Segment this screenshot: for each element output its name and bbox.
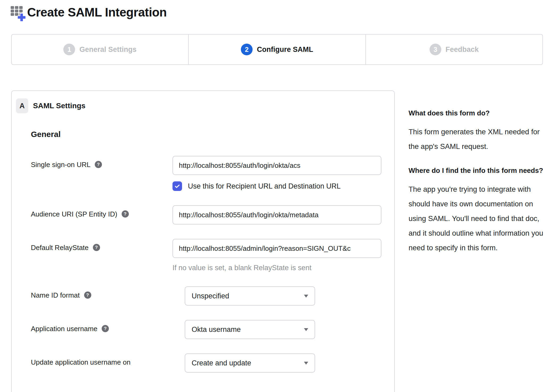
field-label: Default RelayState bbox=[31, 243, 89, 252]
step-number-badge: 2 bbox=[241, 44, 253, 55]
help-icon[interactable]: ? bbox=[95, 161, 102, 168]
field-label: Update application username on bbox=[31, 358, 130, 367]
field-label: Audience URI (SP Entity ID) bbox=[31, 210, 117, 219]
select-value: Create and update bbox=[192, 359, 251, 367]
field-label-group: Default RelayState ? bbox=[31, 239, 172, 272]
checkbox-label: Use this for Recipient URL and Destinati… bbox=[188, 182, 341, 190]
caret-down-icon bbox=[304, 328, 308, 331]
wizard-step-bar: 1 General Settings 2 Configure SAML 3 Fe… bbox=[11, 34, 543, 65]
select-value: Unspecified bbox=[192, 292, 229, 300]
help-icon[interactable]: ? bbox=[102, 325, 109, 332]
recipient-url-checkbox-row: Use this for Recipient URL and Destinati… bbox=[172, 181, 381, 191]
field-input-group: Use this for Recipient URL and Destinati… bbox=[172, 156, 381, 191]
field-input-group: Unspecified bbox=[185, 286, 381, 306]
caret-down-icon bbox=[304, 295, 308, 298]
field-row-update-username-on: Update application username on Create an… bbox=[31, 353, 381, 373]
field-input-group: Okta username bbox=[185, 320, 381, 339]
field-row-application-username: Application username ? Okta username bbox=[31, 320, 381, 339]
field-row-default-relaystate: Default RelayState ? If no value is set,… bbox=[31, 239, 381, 272]
sidebar-paragraph: This form generates the XML needed for t… bbox=[409, 124, 545, 154]
section-header: A SAML Settings bbox=[16, 98, 381, 113]
step-number-badge: 3 bbox=[430, 44, 441, 55]
step-label: Feedback bbox=[446, 45, 479, 54]
application-username-select[interactable]: Okta username bbox=[185, 320, 315, 339]
name-id-format-select[interactable]: Unspecified bbox=[185, 286, 315, 306]
step-label: General Settings bbox=[79, 45, 137, 54]
sidebar-section-what: What does this form do? This form genera… bbox=[409, 108, 545, 154]
field-input-group: Create and update bbox=[185, 353, 381, 373]
sidebar-heading: What does this form do? bbox=[409, 108, 545, 118]
saml-settings-panel: A SAML Settings General Single sign-on U… bbox=[11, 90, 395, 392]
field-label: Name ID format bbox=[31, 291, 80, 300]
general-group-title: General bbox=[31, 130, 381, 139]
help-icon[interactable]: ? bbox=[93, 244, 100, 251]
field-label-group: Application username ? bbox=[31, 320, 185, 339]
help-sidebar: What does this form do? This form genera… bbox=[409, 90, 545, 255]
field-label-group: Single sign-on URL ? bbox=[31, 156, 172, 191]
field-label-group: Update application username on bbox=[31, 353, 185, 373]
update-username-on-select[interactable]: Create and update bbox=[185, 353, 315, 373]
sidebar-section-where: Where do I find the info this form needs… bbox=[409, 165, 545, 255]
recipient-url-checkbox[interactable] bbox=[172, 181, 182, 191]
section-title: SAML Settings bbox=[33, 102, 85, 110]
field-input-group bbox=[172, 205, 381, 224]
help-icon[interactable]: ? bbox=[84, 291, 91, 299]
help-icon[interactable]: ? bbox=[122, 210, 129, 218]
default-relaystate-input[interactable] bbox=[172, 239, 381, 258]
page-title: Create SAML Integration bbox=[27, 4, 167, 20]
step-number-badge: 1 bbox=[63, 44, 75, 55]
panel-body: General Single sign-on URL ? Us bbox=[16, 130, 381, 392]
field-row-audience-uri: Audience URI (SP Entity ID) ? bbox=[31, 205, 381, 224]
sidebar-heading: Where do I find the info this form needs… bbox=[409, 165, 545, 176]
field-label-group: Audience URI (SP Entity ID) ? bbox=[31, 205, 172, 224]
step-configure-saml[interactable]: 2 Configure SAML bbox=[188, 35, 365, 64]
relaystate-helper-text: If no value is set, a blank RelayState i… bbox=[172, 264, 381, 272]
page-header: Create SAML Integration bbox=[0, 0, 552, 22]
caret-down-icon bbox=[304, 362, 308, 365]
field-row-single-sign-on-url: Single sign-on URL ? Use this for Recipi… bbox=[31, 156, 381, 191]
select-value: Okta username bbox=[192, 326, 241, 334]
field-label: Single sign-on URL bbox=[31, 160, 90, 169]
step-feedback[interactable]: 3 Feedback bbox=[365, 35, 542, 64]
audience-uri-input[interactable] bbox=[172, 205, 381, 224]
field-input-group: If no value is set, a blank RelayState i… bbox=[172, 239, 381, 272]
sidebar-paragraph: The app you're trying to integrate with … bbox=[409, 182, 545, 255]
step-label: Configure SAML bbox=[257, 45, 313, 54]
field-row-name-id-format: Name ID format ? Unspecified bbox=[31, 286, 381, 306]
single-sign-on-url-input[interactable] bbox=[172, 156, 381, 175]
content-area: A SAML Settings General Single sign-on U… bbox=[11, 90, 552, 392]
section-a-badge: A bbox=[16, 98, 28, 113]
field-label: Application username bbox=[31, 324, 97, 333]
field-label-group: Name ID format ? bbox=[31, 286, 185, 306]
grid-plus-icon bbox=[11, 6, 27, 22]
step-general-settings[interactable]: 1 General Settings bbox=[12, 35, 188, 64]
